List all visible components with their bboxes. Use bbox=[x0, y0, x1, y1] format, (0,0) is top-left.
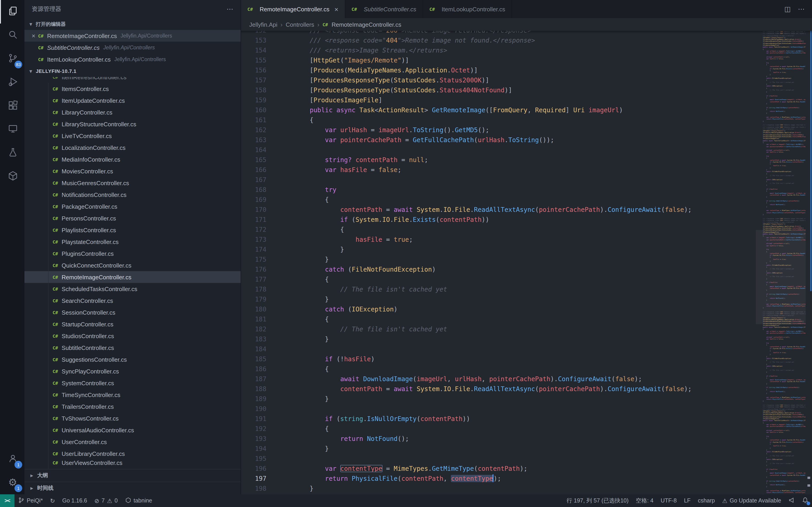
code-line[interactable]: 174 } bbox=[241, 244, 812, 255]
tree-item[interactable]: C#LibraryController.cs bbox=[24, 106, 241, 118]
line-number[interactable]: 169 bbox=[241, 194, 266, 205]
code-line[interactable]: 158 [ProducesResponseType(StatusCodes.St… bbox=[241, 85, 812, 95]
tree-item[interactable]: C#RemoteImageController.cs bbox=[24, 271, 241, 283]
line-number[interactable]: 163 bbox=[241, 135, 266, 145]
breadcrumb-item[interactable]: Jellyfin.Api bbox=[249, 21, 277, 28]
line-number[interactable]: 155 bbox=[241, 55, 266, 65]
cursor-position-status[interactable]: 行 197, 列 57 (已选抉10) bbox=[563, 494, 632, 507]
code-line[interactable]: 191 if (string.IsNullOrEmpty(contentPath… bbox=[241, 414, 812, 424]
minimap-slider[interactable] bbox=[756, 230, 806, 324]
extensions-activity-button[interactable] bbox=[0, 94, 24, 118]
tree-item[interactable]: C#UserLibraryController.cs bbox=[24, 448, 241, 459]
code-line[interactable]: 194 } bbox=[241, 444, 812, 454]
line-number[interactable]: 159 bbox=[241, 95, 266, 105]
code-line[interactable]: 157 [ProducesResponseType(StatusCodes.St… bbox=[241, 75, 812, 85]
tree-item[interactable]: C#SyncPlayController.cs bbox=[24, 365, 241, 377]
tab-RemoteImageController.cs[interactable]: C#RemoteImageController.cs× bbox=[241, 0, 345, 18]
explorer-activity-button[interactable] bbox=[0, 0, 24, 23]
tree-item[interactable]: C#SearchController.cs bbox=[24, 295, 241, 306]
code-line[interactable]: 192 { bbox=[241, 424, 812, 434]
go-update-status[interactable]: ⚠ Go Update Available bbox=[718, 494, 785, 507]
code-line[interactable]: 190 bbox=[241, 404, 812, 414]
feedback-status[interactable] bbox=[785, 494, 798, 507]
line-number[interactable]: 156 bbox=[241, 65, 266, 75]
code-line[interactable]: 182 // The file isn't cached yet bbox=[241, 324, 812, 334]
code-line[interactable]: 154 /// <returns>Image Stream.</returns> bbox=[241, 45, 812, 55]
line-number[interactable]: 162 bbox=[241, 125, 266, 135]
tree-item[interactable]: C#PlaylistsController.cs bbox=[24, 224, 241, 236]
code-line[interactable]: 183 } bbox=[241, 334, 812, 344]
remote-indicator[interactable]: >< bbox=[0, 494, 14, 507]
line-number[interactable]: 181 bbox=[241, 314, 266, 324]
code-viewport[interactable]: 152 /// <response code="200">Remote imag… bbox=[241, 31, 812, 494]
breadcrumb[interactable]: Jellyfin.Api › Controllers › C# RemoteIm… bbox=[241, 18, 812, 31]
code-line[interactable]: 167 bbox=[241, 175, 812, 185]
line-number[interactable]: 168 bbox=[241, 185, 266, 194]
code-line[interactable]: 178 // The file isn't cached yet bbox=[241, 284, 812, 294]
code-line[interactable]: 189 } bbox=[241, 394, 812, 404]
code-line[interactable]: 161 { bbox=[241, 115, 812, 125]
line-number[interactable]: 185 bbox=[241, 354, 266, 364]
tabnine-status[interactable]: tabnine bbox=[121, 494, 156, 507]
line-number[interactable]: 178 bbox=[241, 284, 266, 294]
open-editor-item[interactable]: C#SubtitleController.csJellyfin.Api/Cont… bbox=[24, 42, 241, 53]
line-number[interactable]: 189 bbox=[241, 394, 266, 404]
code-line[interactable]: 156 [Produces(MediaTypeNames.Application… bbox=[241, 65, 812, 75]
line-number[interactable]: 175 bbox=[241, 255, 266, 264]
code-line[interactable]: 165 string? contentPath = null; bbox=[241, 155, 812, 165]
line-number[interactable]: 172 bbox=[241, 225, 266, 234]
line-number[interactable]: 182 bbox=[241, 324, 266, 334]
code-line[interactable]: 197 return PhysicalFile(contentPath, con… bbox=[241, 473, 812, 484]
line-number[interactable]: 160 bbox=[241, 105, 266, 115]
line-number[interactable]: 183 bbox=[241, 334, 266, 344]
code-line[interactable]: 176 catch (FileNotFoundException) bbox=[241, 264, 812, 274]
git-branch-status[interactable]: PeiQi* bbox=[14, 494, 46, 507]
line-number[interactable]: 190 bbox=[241, 404, 266, 414]
code-line[interactable]: 181 { bbox=[241, 314, 812, 324]
code-line[interactable]: 177 { bbox=[241, 274, 812, 284]
code-line[interactable]: 166 var hasFile = false; bbox=[241, 165, 812, 175]
tree-item[interactable]: C#StudiosController.cs bbox=[24, 330, 241, 342]
code-line[interactable]: 172 { bbox=[241, 225, 812, 234]
line-number[interactable]: 174 bbox=[241, 244, 266, 255]
line-number[interactable]: 164 bbox=[241, 145, 266, 155]
run-debug-activity-button[interactable] bbox=[0, 71, 24, 94]
tree-item[interactable]: C#UniversalAudioController.cs bbox=[24, 424, 241, 436]
code-line[interactable]: 170 contentPath = await System.IO.File.R… bbox=[241, 205, 812, 215]
open-editor-item[interactable]: C#ItemLookupController.csJellyfin.Api/Co… bbox=[24, 53, 241, 65]
code-line[interactable]: 155 [HttpGet("Images/Remote")] bbox=[241, 55, 812, 65]
problems-status[interactable]: ⊘ 7 ⚠ 0 bbox=[91, 494, 121, 507]
line-number[interactable]: 199 bbox=[241, 494, 266, 494]
more-actions-icon[interactable]: ⋯ bbox=[798, 5, 805, 13]
code-line[interactable]: 179 } bbox=[241, 294, 812, 304]
tree-item[interactable]: C#PluginsController.cs bbox=[24, 247, 241, 260]
tree-item[interactable]: C#TimeSyncController.cs bbox=[24, 389, 241, 401]
code-line[interactable]: 187 await DownloadImage(imageUrl, urlHas… bbox=[241, 374, 812, 384]
line-number[interactable]: 198 bbox=[241, 484, 266, 494]
language-mode-status[interactable]: csharp bbox=[694, 494, 718, 507]
tree-item[interactable]: C#TvShowsController.cs bbox=[24, 412, 241, 424]
tab-close-icon[interactable]: × bbox=[335, 5, 339, 13]
line-number[interactable]: 167 bbox=[241, 175, 266, 185]
line-number[interactable]: 161 bbox=[241, 115, 266, 125]
code-line[interactable]: 159 [ProducesImageFile] bbox=[241, 95, 812, 105]
source-control-activity-button[interactable]: 83 bbox=[0, 47, 24, 71]
line-number[interactable]: 188 bbox=[241, 384, 266, 394]
line-number[interactable]: 154 bbox=[241, 45, 266, 55]
search-activity-button[interactable] bbox=[0, 23, 24, 47]
breadcrumb-file[interactable]: C# RemoteImageController.cs bbox=[322, 21, 401, 28]
indentation-status[interactable]: 空格: 4 bbox=[632, 494, 657, 507]
line-number[interactable]: 166 bbox=[241, 165, 266, 175]
code-line[interactable]: 153 /// <response code="404">Remote imag… bbox=[241, 35, 812, 45]
tree-item[interactable]: C#MediaInfoController.cs bbox=[24, 154, 241, 165]
outline-section-header[interactable]: ▸ 大纲 bbox=[24, 469, 241, 482]
tree-item[interactable]: C#TrailersController.cs bbox=[24, 401, 241, 412]
breadcrumb-item[interactable]: Controllers bbox=[286, 21, 314, 28]
code-line[interactable]: 171 if (System.IO.File.Exists(contentPat… bbox=[241, 215, 812, 225]
close-icon[interactable]: × bbox=[29, 32, 38, 39]
tree-item[interactable]: C#ItemUpdateController.cs bbox=[24, 95, 241, 106]
code-line[interactable]: 169 { bbox=[241, 194, 812, 205]
file-tree[interactable]: C#ItemsController.csC#ItemUpdateControll… bbox=[24, 83, 241, 469]
tree-item[interactable]: C#PackageController.cs bbox=[24, 201, 241, 212]
line-number[interactable]: 187 bbox=[241, 374, 266, 384]
